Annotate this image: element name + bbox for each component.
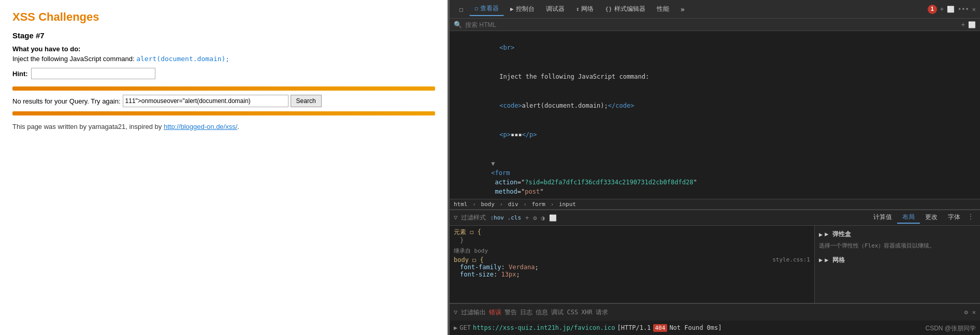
grid-title: ▶ 网格 <box>825 256 844 265</box>
element-selector: 元素 ◻ { <box>454 228 481 236</box>
flex-section-title[interactable]: ▶ ▶ 弹性盒 <box>819 230 976 239</box>
console-url: https://xss-quiz.int21h.jp/favicon.ico <box>473 324 615 331</box>
grid-section-title[interactable]: ▶ ▶ 网格 <box>819 256 976 265</box>
error-badge: 1 <box>928 5 937 14</box>
devtools-main: <br> Inject the following JavaScript com… <box>450 31 980 335</box>
breadcrumb-html[interactable]: html <box>454 201 468 208</box>
html-line-code[interactable]: <code>alert(document.domain);</code> <box>450 91 980 120</box>
devtools-tab-inspect[interactable]: ◻ <box>454 3 468 16</box>
console-http-label: [HTTP/1.1 <box>617 324 651 331</box>
devtools-tab-console[interactable]: ▶ 控制台 <box>505 3 540 16</box>
styles-tabs: 计算值 布局 更改 字体 ⋮ <box>868 212 976 224</box>
html-panel: <br> Inject the following JavaScript com… <box>450 31 980 199</box>
console-tab-label: 控制台 <box>516 5 535 13</box>
devtools-tab-network[interactable]: ↕ 网络 <box>571 3 599 16</box>
html-line-form[interactable]: ▼ <form action="?sid=bd2fa7dfc1f36cdf333… <box>450 149 980 199</box>
expand-form-arrow[interactable]: ▼ <box>491 160 495 167</box>
console-filter-label: ▽ 过滤输出 <box>454 308 486 317</box>
html-search-input[interactable] <box>465 21 958 28</box>
toolbar-dock-icon[interactable]: ⬜ <box>947 6 955 13</box>
orange-bar-top <box>12 86 435 91</box>
console-level-info[interactable]: 信息 <box>536 308 548 317</box>
styles-tab-more-icon[interactable]: ⋮ <box>965 212 976 224</box>
grid-expand-icon: ▶ <box>819 256 823 264</box>
console-output: ▶ GET https://xss-quiz.int21h.jp/favicon… <box>450 321 980 335</box>
console-level-debug[interactable]: 调试 <box>551 308 564 317</box>
styles-content: 元素 ◻ { } 继承自 body body ◻ { style.css:1 f… <box>450 226 814 303</box>
search-add-icon[interactable]: + <box>961 21 965 28</box>
devtools-tab-more[interactable]: » <box>675 3 690 16</box>
styles-tab-computed[interactable]: 计算值 <box>868 212 897 224</box>
toolbar-right: 1 + ⬜ ••• ✕ <box>928 5 976 14</box>
console-level-css[interactable]: CSS <box>567 309 578 316</box>
toolbar-close-icon[interactable]: ✕ <box>972 6 976 13</box>
devtools-tab-debugger[interactable]: 调试器 <box>541 3 570 16</box>
devtools-tab-viewer[interactable]: ◻ 查看器 <box>469 2 504 16</box>
html-column: <br> Inject the following JavaScript com… <box>450 31 980 335</box>
styles-pseudo[interactable]: :hov .cls <box>490 214 521 221</box>
footer-prefix: This page was written by yamagata21, ins… <box>12 123 164 130</box>
breadcrumb-div[interactable]: div <box>508 201 518 208</box>
grid-section: ▶ ▶ 网格 <box>819 256 976 265</box>
search-button[interactable]: Search <box>291 95 322 107</box>
search-input[interactable] <box>123 95 289 107</box>
html-line-br[interactable]: <br> <box>450 33 980 62</box>
body-val1: Verdana <box>509 264 535 271</box>
search-actions: + ⬜ <box>961 21 976 28</box>
console-status-code: 404 <box>653 324 668 332</box>
inject-line: Inject the following JavaScript command:… <box>12 55 435 63</box>
hint-input[interactable] <box>31 68 155 79</box>
styles-settings-icon[interactable]: ⚙ <box>533 214 537 222</box>
toolbar-more-icon[interactable]: ••• <box>958 6 969 13</box>
styles-tab-fonts[interactable]: 字体 <box>943 212 965 224</box>
console-icon: ▶ <box>510 6 514 12</box>
styles-snapshot-icon[interactable]: ⬜ <box>549 214 557 222</box>
body-source: style.css:1 <box>772 256 810 263</box>
styles-inherit-section: 继承自 body body ◻ { style.css:1 font-famil… <box>454 247 810 278</box>
console-method: GET <box>459 324 471 331</box>
breadcrumb-body[interactable]: body <box>481 201 495 208</box>
footer-link[interactable]: http://blogged-on.de/xss/ <box>164 123 237 130</box>
page-title: XSS Challenges <box>12 10 435 24</box>
viewer-tab-label: 查看器 <box>480 4 499 13</box>
console-level-error[interactable]: 错误 <box>489 308 501 317</box>
toolbar-add-icon[interactable]: + <box>940 6 944 13</box>
network-tab-label: 网络 <box>581 5 594 13</box>
breadcrumb-form[interactable]: form <box>532 201 546 208</box>
devtools-tab-style-editor[interactable]: {} 样式编辑器 <box>600 3 650 16</box>
body-prop2: font-size <box>460 271 494 278</box>
console-level-warn[interactable]: 警告 <box>505 308 517 317</box>
network-icon: ↕ <box>576 6 580 12</box>
styles-add-icon[interactable]: + <box>525 214 529 222</box>
console-settings-icon[interactable]: ⚙ <box>964 309 968 316</box>
breadcrumb: html › body › div › form › input <box>450 199 980 210</box>
console-level-requests[interactable]: 请求 <box>596 308 608 317</box>
styles-tab-layout[interactable]: 布局 <box>897 212 920 224</box>
styles-tab-changes[interactable]: 更改 <box>920 212 943 224</box>
flex-description: 选择一个弹性性（Flex）容器或项目以继续。 <box>819 242 935 249</box>
debugger-tab-label: 调试器 <box>546 5 565 13</box>
body-prop1: font-family <box>460 264 501 271</box>
search-label: No results for your Query. Try again: <box>12 97 121 105</box>
devtools-panel: ◻ ◻ 查看器 ▶ 控制台 调试器 ↕ 网络 {} 样式编辑器 性能 » 1 +… <box>450 0 980 335</box>
flex-box-panel: ▶ ▶ 弹性盒 选择一个弹性性（Flex）容器或项目以继续。 ▶ ▶ 网格 <box>814 226 980 303</box>
styles-toolbar: ▽ 过滤样式 :hov .cls + ⚙ ◑ ⬜ 计算值 布局 更改 字体 ⋮ <box>450 210 980 226</box>
console-level-xhr[interactable]: XHR <box>581 309 593 316</box>
breadcrumb-input[interactable]: input <box>559 201 576 208</box>
devtools-toolbar: ◻ ◻ 查看器 ▶ 控制台 调试器 ↕ 网络 {} 样式编辑器 性能 » 1 +… <box>450 0 980 19</box>
hint-label: Hint: <box>12 70 28 78</box>
inject-code: alert(document.domain); <box>136 55 229 63</box>
flex-title: ▶ 弹性盒 <box>825 230 851 239</box>
devtools-tab-performance[interactable]: 性能 <box>652 3 674 16</box>
viewer-icon: ◻ <box>474 5 478 12</box>
inject-prefix: Inject the following JavaScript command: <box>12 55 136 63</box>
console-close-icon[interactable]: ✕ <box>972 309 976 316</box>
console-expand-arrow[interactable]: ▶ <box>454 324 457 331</box>
body-val2: 13px <box>501 271 516 278</box>
styles-moon-icon[interactable]: ◑ <box>541 214 545 222</box>
console-level-log[interactable]: 日志 <box>520 308 532 317</box>
html-line-p-ellipsis[interactable]: <p>▪▪▪</p> <box>450 120 980 149</box>
inherit-label: 继承自 body <box>454 247 810 255</box>
html-line-inject-text[interactable]: Inject the following JavaScript command: <box>450 62 980 91</box>
search-expand-icon[interactable]: ⬜ <box>968 21 976 28</box>
